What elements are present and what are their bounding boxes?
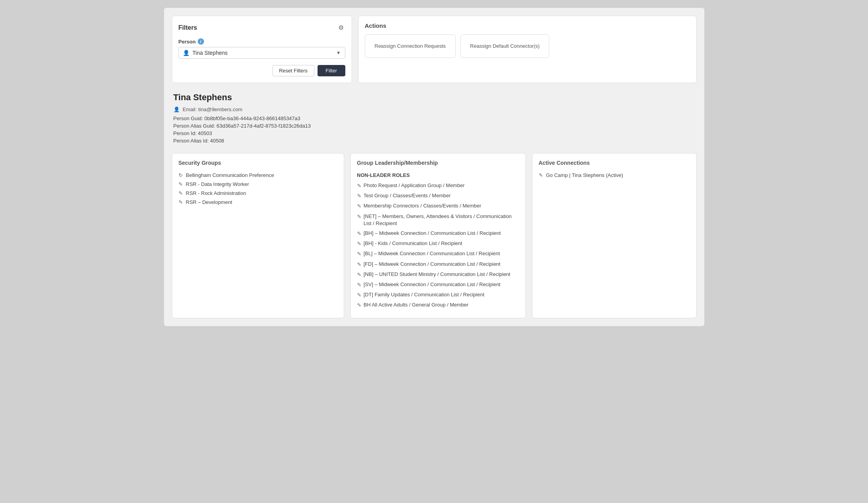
edit-icon: ✎ — [357, 281, 361, 288]
group-item-text: [FD] – Midweek Connection / Communicatio… — [364, 261, 501, 268]
group-membership-item: ✎[DT] Family Updates / Communication Lis… — [357, 291, 519, 299]
non-leader-label: NON-LEADER ROLES — [357, 172, 519, 178]
main-container: Filters ⚙ Person i 👤 Tina Stephens ▼ Res… — [164, 8, 704, 326]
person-full-name: Tina Stephens — [173, 92, 695, 103]
group-membership-item: ✎[BL] – Midweek Connection / Communicati… — [357, 250, 519, 258]
group-item-text: [DT] Family Updates / Communication List… — [364, 291, 485, 298]
person-label: Person i — [179, 38, 345, 45]
connection-item: ✎Go Camp | Tina Stephens (Active) — [539, 172, 690, 178]
refresh-icon: ↻ — [179, 172, 183, 178]
security-group-name: RSR - Rock Administration — [186, 190, 246, 196]
edit-icon: ✎ — [357, 261, 361, 268]
reassign-connection-requests-button[interactable]: Reassign Connection Requests — [365, 34, 456, 58]
person-email-row: 👤 Email: tina@9embers.com — [173, 106, 695, 112]
chevron-down-icon: ▼ — [336, 50, 341, 56]
group-membership-item: ✎[NET] – Members, Owners, Attendees & Vi… — [357, 213, 519, 227]
edit-icon: ✎ — [179, 199, 183, 205]
security-group-name: Bellingham Communication Preference — [186, 172, 274, 178]
group-membership-panel: Group Leadership/Membership NON-LEADER R… — [350, 153, 526, 318]
person-alias-id: Person Alias Id: 40508 — [173, 138, 695, 144]
group-item-text: [BH] - Kids / Communication List / Recip… — [364, 240, 462, 247]
edit-icon: ✎ — [357, 213, 361, 220]
group-membership-title: Group Leadership/Membership — [357, 160, 519, 166]
actions-title: Actions — [365, 22, 690, 29]
person-email: Email: tina@9embers.com — [183, 106, 243, 112]
filters-panel: Filters ⚙ Person i 👤 Tina Stephens ▼ Res… — [172, 16, 352, 83]
security-group-name: RSR - Data Integrity Worker — [186, 181, 249, 187]
connection-text: Go Camp | Tina Stephens (Active) — [546, 172, 623, 178]
security-groups-panel: Security Groups ↻Bellingham Communicatio… — [172, 153, 344, 318]
security-group-item: ✎RSR - Rock Administration — [179, 190, 337, 196]
person-alias-guid: Person Alias Guid: 63d36a57-217d-4af2-87… — [173, 123, 695, 129]
group-membership-item: ✎Photo Request / Application Group / Mem… — [357, 182, 519, 189]
group-membership-item: ✎[FD] – Midweek Connection / Communicati… — [357, 261, 519, 268]
edit-icon: ✎ — [357, 193, 361, 200]
edit-icon: ✎ — [357, 182, 361, 189]
person-icon: 👤 — [183, 50, 189, 56]
edit-icon: ✎ — [539, 172, 543, 178]
person-info-section: Tina Stephens 👤 Email: tina@9embers.com … — [172, 92, 697, 144]
gear-button[interactable]: ⚙ — [337, 22, 345, 33]
group-membership-item: ✎Membership Connectors / Classes/Events … — [357, 202, 519, 210]
edit-icon: ✎ — [357, 292, 361, 299]
person-guid: Person Guid: 0b8bf05e-ba36-444a-9243-866… — [173, 115, 695, 121]
group-item-text: [SV] – Midweek Connection / Communicatio… — [364, 281, 501, 288]
bottom-row: Security Groups ↻Bellingham Communicatio… — [172, 153, 697, 318]
edit-icon: ✎ — [357, 251, 361, 258]
security-groups-title: Security Groups — [179, 160, 337, 166]
action-buttons-row: Reassign Connection Requests Reassign De… — [365, 34, 690, 58]
group-item-text: [BH] – Midweek Connection / Communicatio… — [364, 230, 501, 237]
group-membership-item: ✎BH All Active Adults / General Group / … — [357, 301, 519, 309]
group-item-text: BH All Active Adults / General Group / M… — [364, 301, 469, 308]
security-group-item: ✎RSR - Data Integrity Worker — [179, 181, 337, 187]
security-group-item: ✎RSR – Development — [179, 199, 337, 205]
security-group-item: ↻Bellingham Communication Preference — [179, 172, 337, 178]
group-item-text: Photo Request / Application Group / Memb… — [364, 182, 465, 189]
edit-icon: ✎ — [179, 190, 183, 196]
group-item-text: Test Group / Classes/Events / Member — [364, 192, 451, 199]
actions-panel: Actions Reassign Connection Requests Rea… — [358, 16, 697, 83]
group-membership-item: ✎[NB] – UNITED Student Ministry / Commun… — [357, 271, 519, 278]
reset-filters-button[interactable]: Reset Filters — [272, 65, 314, 76]
group-item-text: Membership Connectors / Classes/Events /… — [364, 202, 482, 209]
group-item-text: [NB] – UNITED Student Ministry / Communi… — [364, 271, 511, 278]
group-item-text: [BL] – Midweek Connection / Communicatio… — [364, 250, 500, 257]
person-select[interactable]: 👤 Tina Stephens ▼ — [179, 47, 345, 59]
filters-header: Filters ⚙ — [179, 22, 345, 33]
group-membership-item: ✎Test Group / Classes/Events / Member — [357, 192, 519, 200]
filter-button[interactable]: Filter — [318, 65, 345, 76]
edit-icon: ✎ — [357, 230, 361, 237]
active-connections-title: Active Connections — [539, 160, 690, 166]
group-items-list: ✎Photo Request / Application Group / Mem… — [357, 182, 519, 309]
reassign-default-connector-button[interactable]: Reassign Default Connector(s) — [460, 34, 550, 58]
person-id: Person Id: 40503 — [173, 130, 695, 136]
top-row: Filters ⚙ Person i 👤 Tina Stephens ▼ Res… — [172, 16, 697, 83]
connections-list: ✎Go Camp | Tina Stephens (Active) — [539, 172, 690, 178]
edit-icon: ✎ — [357, 271, 361, 278]
edit-icon: ✎ — [357, 302, 361, 309]
edit-icon: ✎ — [357, 203, 361, 210]
group-membership-item: ✎[BH] - Kids / Communication List / Reci… — [357, 240, 519, 247]
filters-title: Filters — [179, 24, 197, 31]
info-icon: i — [198, 38, 204, 45]
edit-icon: ✎ — [357, 240, 361, 247]
edit-icon: ✎ — [179, 181, 183, 187]
group-item-text: [NET] – Members, Owners, Attendees & Vis… — [364, 213, 519, 227]
person-avatar-icon: 👤 — [173, 106, 180, 112]
active-connections-panel: Active Connections ✎Go Camp | Tina Steph… — [532, 153, 697, 318]
security-group-name: RSR – Development — [186, 199, 233, 205]
security-groups-list: ↻Bellingham Communication Preference✎RSR… — [179, 172, 337, 205]
person-select-value: Tina Stephens — [193, 50, 333, 56]
group-membership-item: ✎[SV] – Midweek Connection / Communicati… — [357, 281, 519, 288]
group-membership-item: ✎[BH] – Midweek Connection / Communicati… — [357, 230, 519, 237]
filter-buttons: Reset Filters Filter — [179, 65, 345, 76]
